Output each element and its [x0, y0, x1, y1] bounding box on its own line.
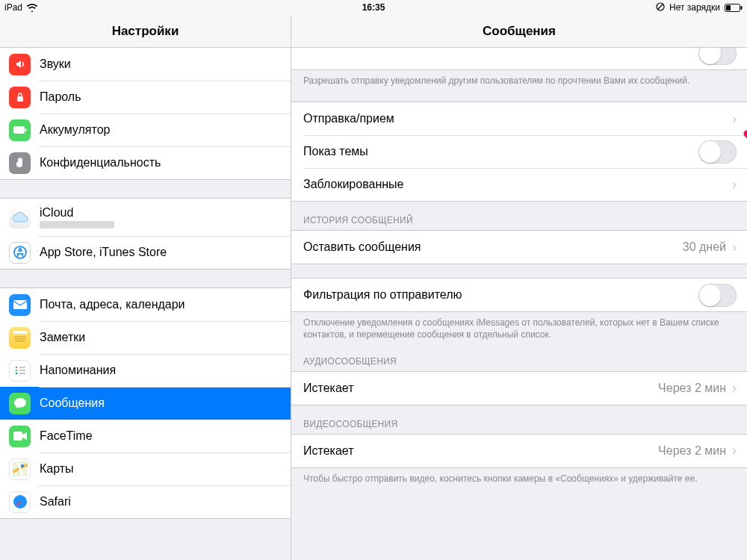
sidebar-title: Настройки	[0, 15, 291, 48]
row-audio-expire[interactable]: Истекает Через 2 мин ›	[291, 372, 747, 405]
video-footer: Чтобы быстро отправить видео, коснитесь …	[291, 468, 747, 486]
detail-pane: Сообщения Разрешать отправку уведомлений…	[291, 15, 747, 560]
chevron-right-icon: ›	[732, 177, 737, 193]
sidebar-group-device: Звуки Пароль Аккумулятор Конфиденциально…	[0, 48, 291, 180]
svg-rect-9	[13, 300, 27, 309]
sidebar-item-label: Аккумулятор	[40, 123, 110, 137]
status-bar: iPad 16:35 Нет зарядки	[0, 0, 747, 15]
settings-sidebar: Настройки Звуки Пароль Аккумулятор	[0, 15, 291, 560]
sidebar-item-maps[interactable]: Карты	[0, 452, 291, 485]
chevron-right-icon: ›	[732, 380, 737, 396]
sidebar-item-notes[interactable]: Заметки	[0, 321, 291, 354]
filter-footer: Отключение уведомления о сообщениях iMes…	[291, 312, 747, 342]
bubble-icon	[9, 393, 31, 414]
sidebar-item-label: Заметки	[40, 331, 85, 344]
icloud-account-redacted	[40, 221, 114, 228]
charge-label: Нет зарядки	[669, 2, 720, 13]
sidebar-item-label: Звуки	[40, 57, 71, 71]
sidebar-item-safari[interactable]: Safari	[0, 485, 291, 518]
sidebar-group-cloud: iCloud App Store, iTunes Store	[0, 198, 291, 270]
row-label: Истекает	[303, 382, 658, 395]
svg-rect-5	[17, 96, 23, 102]
compass-icon	[9, 491, 31, 513]
clock: 16:35	[362, 2, 385, 13]
sidebar-item-passcode[interactable]: Пароль	[0, 81, 291, 113]
sidebar-item-privacy[interactable]: Конфиденциальность	[0, 146, 291, 179]
sidebar-item-facetime[interactable]: FaceTime	[0, 420, 291, 452]
row-show-subject[interactable]: Показ темы	[291, 135, 747, 168]
svg-rect-20	[13, 432, 22, 441]
chevron-right-icon: ›	[732, 111, 737, 127]
wifi-icon	[27, 4, 37, 12]
video-icon	[9, 426, 31, 447]
detail-title: Сообщения	[291, 15, 747, 48]
row-value: 30 дней	[683, 240, 726, 254]
svg-point-16	[15, 373, 17, 375]
toggle-read-receipts[interactable]	[698, 48, 737, 65]
section-video: ВИДЕОСООБЩЕНИЯ	[291, 405, 747, 434]
battery-icon	[725, 4, 743, 12]
row-keep-messages[interactable]: Оставить сообщения 30 дней ›	[291, 231, 747, 264]
mail-icon	[9, 294, 31, 316]
svg-line-1	[658, 4, 663, 9]
row-send-receive[interactable]: Отправка/прием ›	[291, 102, 747, 135]
maps-icon	[9, 458, 31, 480]
svg-rect-10	[13, 331, 27, 334]
section-audio: АУДИОСООБЩЕНИЯ	[291, 343, 747, 371]
row-label: Отправка/прием	[303, 112, 732, 125]
row-label: Фильтрация по отправителю	[303, 288, 698, 302]
row-blocked[interactable]: Заблокированные ›	[291, 168, 747, 201]
no-charge-icon	[656, 2, 665, 13]
sidebar-item-stores[interactable]: App Store, iTunes Store	[0, 236, 291, 269]
read-receipts-footer: Разрешать отправку уведомлений другим по…	[291, 70, 747, 88]
row-video-expire[interactable]: Истекает Через 2 мин ›	[291, 435, 747, 467]
toggle-filter-unknown[interactable]	[698, 284, 737, 307]
row-label: Истекает	[303, 444, 658, 458]
sidebar-item-label: Пароль	[40, 90, 81, 104]
row-read-receipts-partial[interactable]	[291, 48, 747, 70]
sidebar-group-apps: Почта, адреса, календари Заметки Напомин…	[0, 287, 291, 519]
toggle-show-subject[interactable]	[698, 140, 737, 164]
hand-icon	[9, 152, 31, 174]
sidebar-item-label: App Store, iTunes Store	[40, 246, 167, 259]
sidebar-item-reminders[interactable]: Напоминания	[0, 354, 291, 387]
chevron-right-icon: ›	[732, 443, 737, 458]
sidebar-item-mail[interactable]: Почта, адреса, календари	[0, 288, 291, 321]
sidebar-item-battery[interactable]: Аккумулятор	[0, 113, 291, 146]
svg-rect-3	[741, 6, 743, 10]
chevron-right-icon: ›	[732, 240, 737, 255]
svg-rect-6	[13, 126, 25, 134]
row-value: Через 2 мин	[658, 444, 726, 458]
sidebar-item-label: Напоминания	[40, 364, 116, 377]
sidebar-item-label: Сообщения	[40, 396, 105, 410]
svg-point-14	[15, 367, 17, 369]
sidebar-item-label: FaceTime	[40, 429, 93, 443]
svg-rect-4	[726, 5, 731, 10]
row-label: Показ темы	[303, 145, 698, 158]
sidebar-item-icloud[interactable]: iCloud	[0, 199, 291, 236]
sidebar-item-label: iCloud	[40, 206, 114, 220]
device-label: iPad	[4, 2, 22, 13]
battery-icon	[9, 119, 31, 141]
lock-icon	[9, 87, 31, 108]
row-filter-unknown[interactable]: Фильтрация по отправителю	[291, 279, 747, 311]
svg-point-22	[21, 464, 24, 467]
sidebar-item-label: Почта, адреса, календари	[40, 298, 185, 311]
sidebar-item-sounds[interactable]: Звуки	[0, 48, 291, 81]
reminders-icon	[9, 360, 31, 382]
svg-rect-7	[25, 128, 26, 131]
section-history: ИСТОРИЯ СООБЩЕНИЙ	[291, 202, 747, 230]
notes-icon	[9, 327, 31, 349]
sidebar-item-label: Safari	[40, 495, 71, 508]
cloud-icon	[9, 207, 31, 228]
volume-icon	[9, 54, 31, 75]
sidebar-item-messages[interactable]: Сообщения	[0, 387, 291, 420]
sidebar-item-label: Карты	[40, 462, 74, 476]
sidebar-item-label: Конфиденциальность	[40, 156, 161, 169]
svg-point-15	[15, 370, 17, 372]
row-value: Через 2 мин	[658, 382, 726, 395]
row-label: Оставить сообщения	[303, 240, 683, 254]
appstore-icon	[9, 242, 31, 264]
row-label: Заблокированные	[303, 178, 732, 191]
